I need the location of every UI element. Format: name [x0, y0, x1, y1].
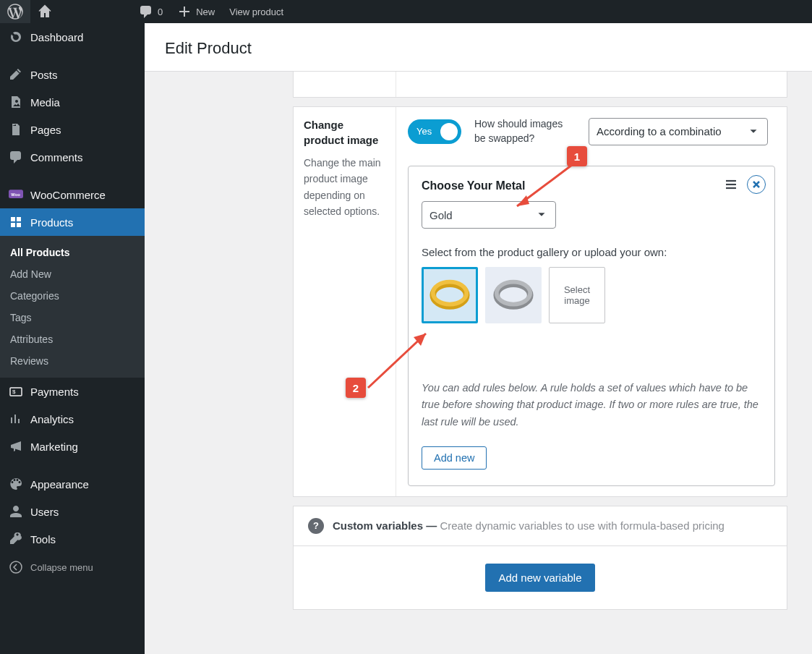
drag-icon[interactable]: [724, 177, 738, 192]
submenu-attributes[interactable]: Attributes: [0, 328, 145, 350]
site-name-redacted: [52, 6, 124, 17]
gallery-thumb-gold[interactable]: [422, 267, 478, 323]
gallery-thumb-silver[interactable]: [485, 267, 542, 323]
submenu-tags[interactable]: Tags: [0, 307, 145, 328]
sidebar-item-comments[interactable]: Comments: [0, 143, 145, 171]
sidebar-item-dashboard[interactable]: Dashboard: [0, 23, 145, 51]
card-title: Choose Your Metal: [422, 179, 761, 192]
change-image-toggle[interactable]: Yes: [408, 119, 461, 144]
change-image-title: Change product image: [304, 117, 385, 148]
chevron-down-icon: [535, 208, 548, 221]
submenu-all-products[interactable]: All Products: [0, 242, 145, 263]
comments-link[interactable]: 0: [132, 0, 170, 23]
custom-variables-header[interactable]: ? Custom variables — Create dynamic vari…: [293, 506, 787, 546]
page-title: Edit Product: [145, 23, 812, 72]
admin-sidebar: Dashboard Posts Media Pages Comments Woo…: [0, 23, 145, 654]
sidebar-submenu-products: All Products Add New Categories Tags Att…: [0, 236, 145, 378]
chevron-down-icon: [747, 125, 760, 138]
submenu-add-new[interactable]: Add New: [0, 263, 145, 285]
rules-help-text: You can add rules below. A rule holds a …: [422, 380, 761, 430]
add-rule-button[interactable]: Add new: [422, 446, 487, 470]
close-icon: [752, 180, 761, 189]
sidebar-item-appearance[interactable]: Appearance: [0, 470, 145, 498]
help-icon: ?: [308, 518, 324, 534]
annotation-badge-2: 2: [346, 378, 366, 398]
sidebar-item-woocommerce[interactable]: Woo WooCommerce: [0, 181, 145, 208]
add-variable-button[interactable]: Add new variable: [485, 564, 594, 592]
new-menu[interactable]: New: [170, 0, 222, 23]
upload-image-button[interactable]: Select image: [549, 267, 605, 323]
custom-vars-desc: Create dynamic variables to use with for…: [440, 519, 725, 532]
annotation-badge-1: 1: [567, 146, 587, 166]
remove-card-button[interactable]: [747, 175, 766, 194]
admin-topbar: 0 New View product: [0, 0, 812, 23]
sidebar-item-products[interactable]: Products: [0, 208, 145, 236]
swap-mode-select[interactable]: According to a combinatio: [589, 118, 768, 145]
add-variable-row: Add new variable: [293, 546, 787, 610]
collapse-menu[interactable]: Collapse menu: [0, 553, 145, 582]
svg-text:Woo: Woo: [11, 192, 20, 197]
sidebar-item-payments[interactable]: $ Payments: [0, 378, 145, 405]
sidebar-item-tools[interactable]: Tools: [0, 525, 145, 553]
sidebar-item-users[interactable]: Users: [0, 498, 145, 525]
sidebar-item-media[interactable]: Media: [0, 88, 145, 116]
swap-mode-label: How should images be swapped?: [474, 117, 576, 145]
submenu-reviews[interactable]: Reviews: [0, 350, 145, 372]
main-content: Edit Product Change product image Change…: [145, 23, 812, 654]
change-image-desc: Change the main product image depending …: [304, 155, 385, 220]
svg-text:$: $: [12, 388, 16, 395]
custom-vars-lead: Custom variables —: [333, 519, 440, 532]
sidebar-item-analytics[interactable]: Analytics: [0, 405, 145, 433]
svg-point-4: [10, 561, 22, 573]
wordpress-logo-icon[interactable]: [0, 0, 30, 23]
metal-rule-card: Choose Your Metal Gold Select from the p…: [408, 166, 775, 486]
sidebar-item-posts[interactable]: Posts: [0, 61, 145, 88]
view-product-link[interactable]: View product: [222, 0, 291, 23]
submenu-categories[interactable]: Categories: [0, 285, 145, 307]
gallery-label: Select from the product gallery or uploa…: [422, 246, 761, 258]
metal-select[interactable]: Gold: [422, 201, 556, 229]
comments-count: 0: [158, 7, 163, 17]
sidebar-item-pages[interactable]: Pages: [0, 116, 145, 143]
sidebar-item-marketing[interactable]: Marketing: [0, 433, 145, 460]
home-icon[interactable]: [30, 0, 132, 23]
